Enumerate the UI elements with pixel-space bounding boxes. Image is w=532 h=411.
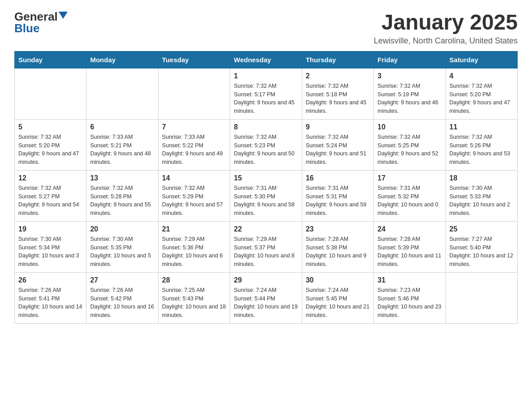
calendar-cell: 22Sunrise: 7:29 AMSunset: 5:37 PMDayligh… (230, 221, 302, 272)
day-number: 31 (378, 276, 442, 284)
calendar-cell: 23Sunrise: 7:28 AMSunset: 5:38 PMDayligh… (302, 221, 373, 272)
calendar-cell: 25Sunrise: 7:27 AMSunset: 5:40 PMDayligh… (446, 221, 517, 272)
calendar-cell: 3Sunrise: 7:32 AMSunset: 5:19 PMDaylight… (374, 68, 446, 119)
day-info: Sunrise: 7:32 AMSunset: 5:28 PMDaylight:… (90, 184, 154, 218)
day-number: 16 (306, 174, 370, 182)
day-number: 17 (378, 174, 442, 182)
calendar-cell: 10Sunrise: 7:32 AMSunset: 5:25 PMDayligh… (374, 119, 446, 170)
weekday-header-saturday: Saturday (446, 51, 517, 68)
logo: General Blue (14, 11, 68, 34)
day-number: 20 (90, 225, 154, 233)
day-number: 19 (18, 225, 82, 233)
day-info: Sunrise: 7:29 AMSunset: 5:36 PMDaylight:… (162, 235, 226, 269)
day-number: 27 (90, 276, 154, 284)
calendar-week-1: 1Sunrise: 7:32 AMSunset: 5:17 PMDaylight… (15, 68, 518, 119)
calendar-cell: 12Sunrise: 7:32 AMSunset: 5:27 PMDayligh… (15, 170, 86, 221)
calendar-cell: 2Sunrise: 7:32 AMSunset: 5:18 PMDaylight… (302, 68, 373, 119)
calendar-cell: 8Sunrise: 7:32 AMSunset: 5:23 PMDaylight… (230, 119, 302, 170)
day-number: 4 (450, 72, 514, 80)
calendar-week-5: 26Sunrise: 7:26 AMSunset: 5:41 PMDayligh… (15, 272, 518, 323)
weekday-header-row: SundayMondayTuesdayWednesdayThursdayFrid… (15, 51, 518, 68)
page-header: General Blue January 2025 Lewisville, No… (14, 11, 518, 46)
day-info: Sunrise: 7:30 AMSunset: 5:35 PMDaylight:… (90, 235, 154, 269)
day-info: Sunrise: 7:26 AMSunset: 5:42 PMDaylight:… (90, 286, 154, 320)
day-info: Sunrise: 7:32 AMSunset: 5:27 PMDaylight:… (18, 184, 82, 218)
day-number: 28 (162, 276, 226, 284)
day-number: 13 (90, 174, 154, 182)
calendar-cell (86, 68, 158, 119)
day-info: Sunrise: 7:32 AMSunset: 5:18 PMDaylight:… (306, 82, 370, 116)
day-info: Sunrise: 7:33 AMSunset: 5:21 PMDaylight:… (90, 133, 154, 167)
calendar-cell: 6Sunrise: 7:33 AMSunset: 5:21 PMDaylight… (86, 119, 158, 170)
day-number: 23 (306, 225, 370, 233)
day-info: Sunrise: 7:32 AMSunset: 5:24 PMDaylight:… (306, 133, 370, 167)
day-info: Sunrise: 7:31 AMSunset: 5:31 PMDaylight:… (306, 184, 370, 218)
calendar-cell: 17Sunrise: 7:31 AMSunset: 5:32 PMDayligh… (374, 170, 446, 221)
day-number: 7 (162, 123, 226, 131)
day-number: 29 (234, 276, 298, 284)
day-number: 2 (306, 72, 370, 80)
day-info: Sunrise: 7:27 AMSunset: 5:40 PMDaylight:… (450, 235, 514, 269)
calendar-cell: 5Sunrise: 7:32 AMSunset: 5:20 PMDaylight… (15, 119, 86, 170)
day-number: 9 (306, 123, 370, 131)
weekday-header-monday: Monday (86, 51, 158, 68)
calendar-cell: 14Sunrise: 7:32 AMSunset: 5:29 PMDayligh… (158, 170, 230, 221)
day-info: Sunrise: 7:32 AMSunset: 5:19 PMDaylight:… (378, 82, 442, 116)
day-info: Sunrise: 7:32 AMSunset: 5:20 PMDaylight:… (450, 82, 514, 116)
day-info: Sunrise: 7:31 AMSunset: 5:32 PMDaylight:… (378, 184, 442, 218)
logo-triangle-icon (59, 12, 68, 19)
weekday-header-sunday: Sunday (15, 51, 86, 68)
logo-blue-text: Blue (14, 21, 39, 35)
calendar-cell: 4Sunrise: 7:32 AMSunset: 5:20 PMDaylight… (446, 68, 517, 119)
calendar-cell: 19Sunrise: 7:30 AMSunset: 5:34 PMDayligh… (15, 221, 86, 272)
day-number: 3 (378, 72, 442, 80)
calendar-week-4: 19Sunrise: 7:30 AMSunset: 5:34 PMDayligh… (15, 221, 518, 272)
day-info: Sunrise: 7:30 AMSunset: 5:34 PMDaylight:… (18, 235, 82, 269)
calendar-cell: 18Sunrise: 7:30 AMSunset: 5:33 PMDayligh… (446, 170, 517, 221)
day-number: 1 (234, 72, 298, 80)
day-number: 15 (234, 174, 298, 182)
day-info: Sunrise: 7:24 AMSunset: 5:44 PMDaylight:… (234, 286, 298, 320)
day-info: Sunrise: 7:30 AMSunset: 5:33 PMDaylight:… (450, 184, 514, 218)
calendar-cell (158, 68, 230, 119)
calendar-cell: 26Sunrise: 7:26 AMSunset: 5:41 PMDayligh… (15, 272, 86, 323)
calendar-cell: 15Sunrise: 7:31 AMSunset: 5:30 PMDayligh… (230, 170, 302, 221)
day-number: 5 (18, 123, 82, 131)
weekday-header-friday: Friday (374, 51, 446, 68)
day-number: 8 (234, 123, 298, 131)
day-info: Sunrise: 7:26 AMSunset: 5:41 PMDaylight:… (18, 286, 82, 320)
subtitle: Lewisville, North Carolina, United State… (374, 36, 518, 46)
calendar-week-3: 12Sunrise: 7:32 AMSunset: 5:27 PMDayligh… (15, 170, 518, 221)
calendar-body: 1Sunrise: 7:32 AMSunset: 5:17 PMDaylight… (15, 68, 518, 323)
day-number: 30 (306, 276, 370, 284)
calendar-cell: 13Sunrise: 7:32 AMSunset: 5:28 PMDayligh… (86, 170, 158, 221)
day-info: Sunrise: 7:28 AMSunset: 5:39 PMDaylight:… (378, 235, 442, 269)
day-info: Sunrise: 7:32 AMSunset: 5:23 PMDaylight:… (234, 133, 298, 167)
calendar-cell: 20Sunrise: 7:30 AMSunset: 5:35 PMDayligh… (86, 221, 158, 272)
day-number: 22 (234, 225, 298, 233)
calendar-cell: 7Sunrise: 7:33 AMSunset: 5:22 PMDaylight… (158, 119, 230, 170)
day-info: Sunrise: 7:23 AMSunset: 5:46 PMDaylight:… (378, 286, 442, 320)
calendar-week-2: 5Sunrise: 7:32 AMSunset: 5:20 PMDaylight… (15, 119, 518, 170)
day-number: 11 (450, 123, 514, 131)
calendar-table: SundayMondayTuesdayWednesdayThursdayFrid… (14, 51, 518, 324)
calendar-cell: 21Sunrise: 7:29 AMSunset: 5:36 PMDayligh… (158, 221, 230, 272)
day-info: Sunrise: 7:32 AMSunset: 5:29 PMDaylight:… (162, 184, 226, 218)
day-number: 26 (18, 276, 82, 284)
weekday-header-wednesday: Wednesday (230, 51, 302, 68)
calendar-header: SundayMondayTuesdayWednesdayThursdayFrid… (15, 51, 518, 68)
day-number: 14 (162, 174, 226, 182)
day-info: Sunrise: 7:32 AMSunset: 5:17 PMDaylight:… (234, 82, 298, 116)
day-info: Sunrise: 7:24 AMSunset: 5:45 PMDaylight:… (306, 286, 370, 320)
day-info: Sunrise: 7:29 AMSunset: 5:37 PMDaylight:… (234, 235, 298, 269)
day-info: Sunrise: 7:32 AMSunset: 5:25 PMDaylight:… (378, 133, 442, 167)
day-number: 10 (378, 123, 442, 131)
day-number: 24 (378, 225, 442, 233)
calendar-cell: 1Sunrise: 7:32 AMSunset: 5:17 PMDaylight… (230, 68, 302, 119)
day-number: 12 (18, 174, 82, 182)
day-number: 18 (450, 174, 514, 182)
calendar-cell: 24Sunrise: 7:28 AMSunset: 5:39 PMDayligh… (374, 221, 446, 272)
day-number: 21 (162, 225, 226, 233)
day-info: Sunrise: 7:33 AMSunset: 5:22 PMDaylight:… (162, 133, 226, 167)
calendar-cell: 11Sunrise: 7:32 AMSunset: 5:26 PMDayligh… (446, 119, 517, 170)
